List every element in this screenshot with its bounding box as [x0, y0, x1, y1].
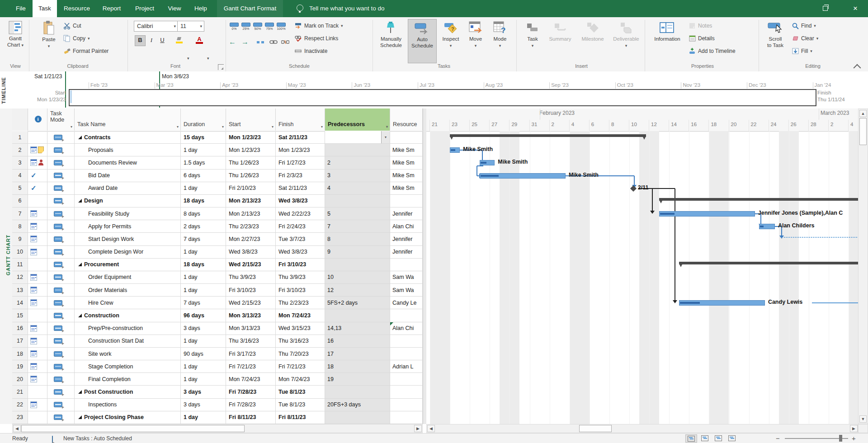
- cell-indicators[interactable]: [28, 131, 47, 144]
- cell-duration[interactable]: 1 day: [181, 271, 226, 284]
- gantt-task-bar[interactable]: [659, 211, 755, 217]
- timeline-bar[interactable]: [69, 89, 816, 106]
- cell-task-name[interactable]: Inspections: [75, 399, 181, 411]
- cell-indicators[interactable]: [28, 360, 47, 373]
- cell-task-name[interactable]: Project Closing Phase: [75, 411, 181, 424]
- cell-duration[interactable]: 1 day: [181, 284, 226, 297]
- tab-file[interactable]: File: [11, 0, 31, 17]
- cell-task-name[interactable]: Design: [75, 195, 181, 207]
- cell-predecessors[interactable]: 3: [325, 170, 390, 182]
- bold-button[interactable]: B: [135, 35, 146, 46]
- cell-indicators[interactable]: [28, 233, 47, 245]
- cell-resource-names[interactable]: [390, 335, 423, 348]
- gantt-vscroll-thumb[interactable]: [859, 118, 867, 145]
- row-number[interactable]: 2: [12, 144, 28, 156]
- cell-resource-names[interactable]: Mike Sm: [390, 144, 423, 156]
- restore-window-button[interactable]: [819, 4, 832, 14]
- tab-help[interactable]: Help: [190, 0, 212, 17]
- insert-summary-button[interactable]: Summary: [545, 19, 575, 62]
- collapse-triangle-icon[interactable]: [78, 314, 82, 317]
- cell-duration[interactable]: 1 day: [181, 144, 226, 156]
- row-number[interactable]: 10: [12, 246, 28, 259]
- cell-finish[interactable]: Fri 1/27/23: [276, 156, 325, 169]
- cell-start[interactable]: Thu 1/26/23: [226, 156, 276, 169]
- tab-gantt-chart-format[interactable]: Gantt Chart Format: [217, 0, 283, 17]
- cell-task-name[interactable]: Stage Completion: [75, 360, 181, 373]
- table-scroll-right-arrow[interactable]: ▶: [414, 425, 422, 432]
- cut-button[interactable]: Cut: [63, 21, 81, 31]
- unlink-tasks-button[interactable]: [281, 37, 289, 47]
- cell-start[interactable]: Fri 7/28/23: [226, 386, 276, 398]
- gantt-task-bar[interactable]: [679, 300, 765, 306]
- cell-predecessors[interactable]: 14,13: [325, 322, 390, 335]
- cell-task-name[interactable]: Procurement: [75, 259, 181, 271]
- cell-task-mode[interactable]: [47, 131, 75, 144]
- cell-indicators[interactable]: [28, 411, 47, 424]
- percent-100-button[interactable]: 100%: [276, 22, 287, 33]
- view-shortcut-team-planner[interactable]: [712, 434, 724, 443]
- cell-resource-names[interactable]: Adrian L: [390, 360, 423, 373]
- cell-task-mode[interactable]: [47, 348, 75, 360]
- cell-indicators[interactable]: ✓: [28, 170, 47, 182]
- cell-indicators[interactable]: [28, 373, 47, 386]
- cell-finish[interactable]: Mon 1/23/23: [276, 144, 325, 156]
- cell-predecessors[interactable]: 16: [325, 335, 390, 348]
- cell-duration[interactable]: 2 days: [181, 220, 226, 233]
- row-number[interactable]: 5: [12, 182, 28, 195]
- highlight-color-button[interactable]: [173, 35, 186, 45]
- cell-predecessors[interactable]: 8: [325, 233, 390, 245]
- cell-start[interactable]: Fri 3/10/23: [226, 284, 276, 297]
- link-tasks-button[interactable]: [269, 37, 278, 47]
- row-number[interactable]: 13: [12, 284, 28, 297]
- view-shortcut-gantt[interactable]: [685, 434, 697, 443]
- row-number[interactable]: 3: [12, 156, 28, 169]
- cell-start[interactable]: Mon 3/13/23: [226, 322, 276, 335]
- cell-start[interactable]: Wed 2/15/23: [226, 259, 276, 271]
- cell-finish[interactable]: Thu 7/20/23: [276, 348, 325, 360]
- cell-start[interactable]: Mon 2/13/23: [226, 207, 276, 220]
- cell-resource-names[interactable]: Candy Le: [390, 297, 423, 309]
- collapse-triangle-icon[interactable]: [78, 390, 82, 394]
- cell-task-name[interactable]: Documents Review: [75, 156, 181, 169]
- cell-predecessors[interactable]: [325, 144, 390, 156]
- table-hscrollbar[interactable]: ◀ ▶: [12, 424, 423, 433]
- gantt-task-bar[interactable]: [759, 224, 775, 229]
- tab-resource[interactable]: Resource: [60, 0, 94, 17]
- cell-indicators[interactable]: [28, 309, 47, 322]
- cell-start[interactable]: Mon 2/13/23: [226, 195, 276, 207]
- view-shortcut-resource-sheet[interactable]: [726, 434, 738, 443]
- information-button[interactable]: Information: [650, 19, 684, 62]
- cell-indicators[interactable]: [28, 297, 47, 309]
- gantt-vscrollbar[interactable]: ▲ ▼: [858, 108, 868, 424]
- cell-predecessors[interactable]: [325, 309, 390, 322]
- scroll-up-arrow[interactable]: ▲: [859, 110, 867, 117]
- cell-predecessors[interactable]: 12: [325, 284, 390, 297]
- cell-predecessors[interactable]: 19: [325, 373, 390, 386]
- clear-button[interactable]: Clear▾: [792, 33, 818, 43]
- cell-predecessors[interactable]: 5FS+2 days: [325, 297, 390, 309]
- tab-report[interactable]: Report: [98, 0, 126, 17]
- cell-predecessors[interactable]: 7: [325, 220, 390, 233]
- insert-milestone-button[interactable]: Milestone: [577, 19, 609, 62]
- cell-start[interactable]: Fri 3/17/23: [226, 348, 276, 360]
- cell-indicators[interactable]: [28, 399, 47, 411]
- cell-task-name[interactable]: Order Equipment: [75, 271, 181, 284]
- add-to-timeline-button[interactable]: Add to Timeline: [689, 46, 736, 56]
- cell-duration[interactable]: 96 days: [181, 309, 226, 322]
- cell-start[interactable]: Mon 7/24/23: [226, 373, 276, 386]
- cell-finish[interactable]: Fri 3/10/23: [276, 284, 325, 297]
- indent-task-button[interactable]: →: [241, 37, 249, 47]
- cell-task-mode[interactable]: [47, 373, 75, 386]
- inactivate-button[interactable]: Inactivate: [295, 46, 327, 56]
- cell-start[interactable]: Mon 1/23/23: [226, 144, 276, 156]
- cell-task-name[interactable]: Apply for Permits: [75, 220, 181, 233]
- gantt-hscroll-thumb[interactable]: [579, 425, 612, 432]
- cell-duration[interactable]: 1.5 days: [181, 156, 226, 169]
- manually-schedule-button[interactable]: ManuallySchedule: [376, 19, 406, 62]
- cell-finish[interactable]: Tue 3/7/23: [276, 233, 325, 245]
- cell-start[interactable]: Wed 3/8/23: [226, 246, 276, 259]
- collapse-triangle-icon[interactable]: [78, 263, 82, 266]
- font-color-button[interactable]: A: [193, 35, 205, 45]
- cell-resource-names[interactable]: Alan Chi: [390, 220, 423, 233]
- header-start[interactable]: Start▾: [226, 108, 276, 131]
